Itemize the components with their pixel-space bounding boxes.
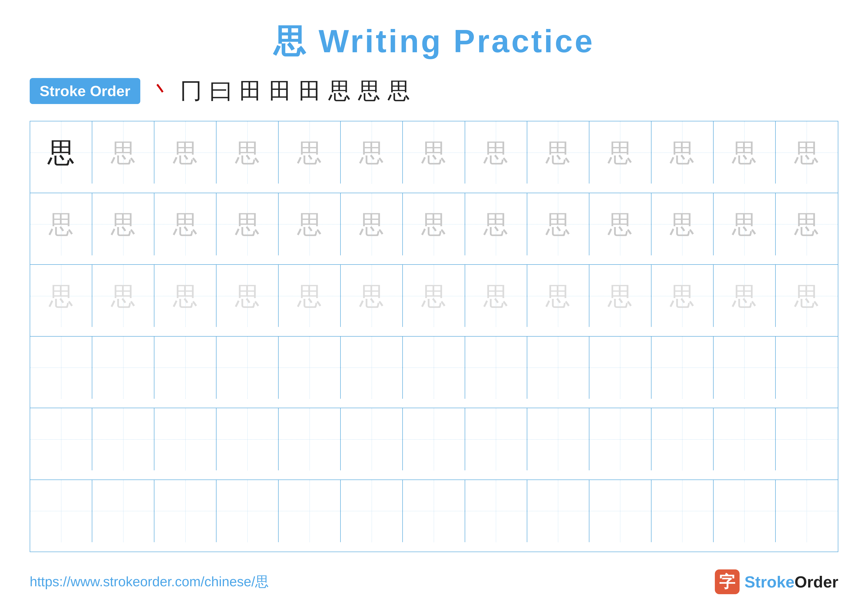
cell-1-8[interactable]: 思 bbox=[465, 121, 527, 183]
page-title: 思 Writing Practice bbox=[30, 20, 838, 64]
cell-1-7[interactable]: 思 bbox=[403, 121, 465, 183]
cell-3-11[interactable]: 思 bbox=[651, 265, 714, 327]
cell-5-3[interactable] bbox=[154, 408, 217, 470]
cell-2-12[interactable]: 思 bbox=[714, 193, 776, 255]
cell-3-12[interactable]: 思 bbox=[714, 265, 776, 327]
cell-3-2[interactable]: 思 bbox=[92, 265, 154, 327]
cell-4-4[interactable] bbox=[217, 337, 279, 399]
cell-4-13[interactable] bbox=[776, 337, 838, 399]
cell-1-9[interactable]: 思 bbox=[527, 121, 589, 183]
cell-2-6[interactable]: 思 bbox=[341, 193, 403, 255]
char-medium: 思 bbox=[111, 140, 136, 165]
cell-4-8[interactable] bbox=[465, 337, 527, 399]
logo-icon: 字 bbox=[715, 569, 739, 594]
cell-6-2[interactable] bbox=[92, 480, 154, 542]
char-medium: 思 bbox=[670, 140, 694, 165]
cell-3-3[interactable]: 思 bbox=[154, 265, 217, 327]
cell-5-2[interactable] bbox=[92, 408, 154, 470]
cell-5-5[interactable] bbox=[279, 408, 341, 470]
cell-3-5[interactable]: 思 bbox=[279, 265, 341, 327]
cell-6-9[interactable] bbox=[527, 480, 589, 542]
char-medium: 思 bbox=[670, 212, 694, 236]
cell-4-2[interactable] bbox=[92, 337, 154, 399]
stroke-7: 思 bbox=[329, 76, 350, 106]
cell-1-11[interactable]: 思 bbox=[651, 121, 714, 183]
cell-4-10[interactable] bbox=[589, 337, 651, 399]
cell-2-8[interactable]: 思 bbox=[465, 193, 527, 255]
logo-chinese-char: 字 bbox=[719, 571, 735, 593]
char-medium: 思 bbox=[359, 140, 384, 165]
cell-6-4[interactable] bbox=[217, 480, 279, 542]
cell-5-1[interactable] bbox=[30, 408, 92, 470]
cell-4-7[interactable] bbox=[403, 337, 465, 399]
cell-6-3[interactable] bbox=[154, 480, 217, 542]
cell-3-10[interactable]: 思 bbox=[589, 265, 651, 327]
cell-4-9[interactable] bbox=[527, 337, 589, 399]
cell-1-2[interactable]: 思 bbox=[92, 121, 154, 183]
cell-3-7[interactable]: 思 bbox=[403, 265, 465, 327]
cell-5-7[interactable] bbox=[403, 408, 465, 470]
char-medium: 思 bbox=[794, 212, 819, 236]
footer-url[interactable]: https://www.strokeorder.com/chinese/思 bbox=[30, 573, 269, 591]
cell-6-10[interactable] bbox=[589, 480, 651, 542]
char-light: 思 bbox=[173, 284, 198, 308]
cell-2-1[interactable]: 思 bbox=[30, 193, 92, 255]
cell-4-5[interactable] bbox=[279, 337, 341, 399]
cell-1-10[interactable]: 思 bbox=[589, 121, 651, 183]
stroke-4: 田 bbox=[239, 76, 262, 106]
cell-1-1[interactable]: 思 bbox=[30, 121, 92, 183]
cell-4-3[interactable] bbox=[154, 337, 217, 399]
cell-1-13[interactable]: 思 bbox=[776, 121, 838, 183]
title-english: Writing Practice bbox=[308, 23, 594, 59]
cell-2-9[interactable]: 思 bbox=[527, 193, 589, 255]
cell-3-4[interactable]: 思 bbox=[217, 265, 279, 327]
cell-6-6[interactable] bbox=[341, 480, 403, 542]
cell-5-10[interactable] bbox=[589, 408, 651, 470]
cell-5-13[interactable] bbox=[776, 408, 838, 470]
cell-6-12[interactable] bbox=[714, 480, 776, 542]
cell-2-2[interactable]: 思 bbox=[92, 193, 154, 255]
cell-5-4[interactable] bbox=[217, 408, 279, 470]
cell-5-9[interactable] bbox=[527, 408, 589, 470]
stroke-sequence: 丶 冂 曰 田 田 田 思 思 思 bbox=[150, 76, 410, 106]
cell-2-7[interactable]: 思 bbox=[403, 193, 465, 255]
cell-3-8[interactable]: 思 bbox=[465, 265, 527, 327]
cell-5-6[interactable] bbox=[341, 408, 403, 470]
cell-4-12[interactable] bbox=[714, 337, 776, 399]
logo-text: StrokeOrder bbox=[744, 573, 838, 591]
cell-4-6[interactable] bbox=[341, 337, 403, 399]
grid-row-6 bbox=[30, 480, 838, 552]
char-medium: 思 bbox=[608, 140, 632, 165]
cell-6-13[interactable] bbox=[776, 480, 838, 542]
cell-2-10[interactable]: 思 bbox=[589, 193, 651, 255]
cell-3-6[interactable]: 思 bbox=[341, 265, 403, 327]
cell-1-5[interactable]: 思 bbox=[279, 121, 341, 183]
cell-4-11[interactable] bbox=[651, 337, 714, 399]
cell-2-3[interactable]: 思 bbox=[154, 193, 217, 255]
cell-5-8[interactable] bbox=[465, 408, 527, 470]
cell-1-6[interactable]: 思 bbox=[341, 121, 403, 183]
footer-logo: 字 StrokeOrder bbox=[715, 569, 838, 594]
cell-6-11[interactable] bbox=[651, 480, 714, 542]
cell-6-7[interactable] bbox=[403, 480, 465, 542]
stroke-order-badge: Stroke Order bbox=[30, 78, 140, 104]
cell-3-9[interactable]: 思 bbox=[527, 265, 589, 327]
cell-1-4[interactable]: 思 bbox=[217, 121, 279, 183]
cell-4-1[interactable] bbox=[30, 337, 92, 399]
cell-2-11[interactable]: 思 bbox=[651, 193, 714, 255]
cell-1-12[interactable]: 思 bbox=[714, 121, 776, 183]
cell-6-1[interactable] bbox=[30, 480, 92, 542]
char-medium: 思 bbox=[732, 212, 756, 236]
char-medium: 思 bbox=[732, 140, 756, 165]
cell-5-11[interactable] bbox=[651, 408, 714, 470]
cell-6-8[interactable] bbox=[465, 480, 527, 542]
cell-2-4[interactable]: 思 bbox=[217, 193, 279, 255]
cell-1-3[interactable]: 思 bbox=[154, 121, 217, 183]
cell-6-5[interactable] bbox=[279, 480, 341, 542]
cell-2-13[interactable]: 思 bbox=[776, 193, 838, 255]
cell-3-13[interactable]: 思 bbox=[776, 265, 838, 327]
cell-5-12[interactable] bbox=[714, 408, 776, 470]
logo-stroke-text: Stroke bbox=[744, 573, 795, 591]
cell-3-1[interactable]: 思 bbox=[30, 265, 92, 327]
cell-2-5[interactable]: 思 bbox=[279, 193, 341, 255]
